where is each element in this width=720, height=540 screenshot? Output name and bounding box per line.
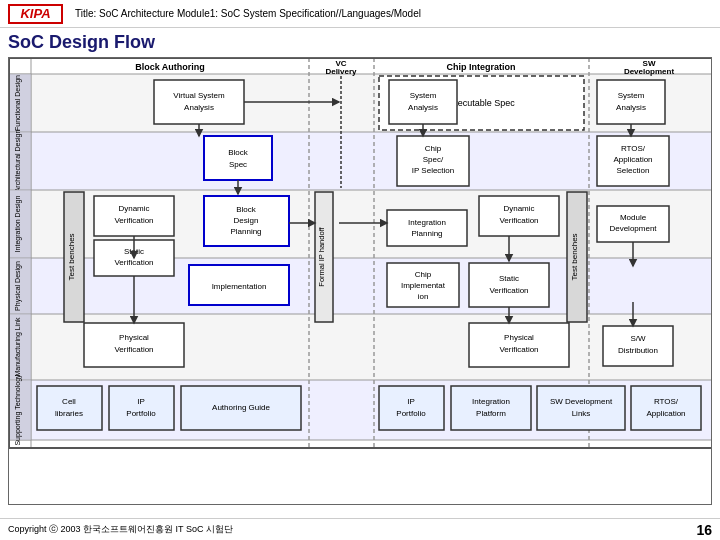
svg-rect-43 [597, 80, 665, 124]
main-content: SoC Design Flow [0, 28, 720, 509]
svg-text:IP: IP [407, 397, 415, 406]
svg-text:Analysis: Analysis [616, 103, 646, 112]
svg-rect-103 [109, 386, 174, 430]
svg-text:System: System [410, 91, 437, 100]
svg-text:Authoring Guide: Authoring Guide [212, 403, 270, 412]
svg-text:Verification: Verification [114, 258, 153, 267]
svg-text:Static: Static [499, 274, 519, 283]
svg-text:Portfolio: Portfolio [126, 409, 156, 418]
page-title: SoC Design Flow [8, 32, 712, 53]
svg-text:Portfolio: Portfolio [396, 409, 426, 418]
svg-rect-114 [537, 386, 625, 430]
svg-text:Block: Block [228, 148, 249, 157]
header: KIPA Title: SoC Architecture Module1: So… [0, 0, 720, 28]
svg-text:Verification: Verification [499, 216, 538, 225]
svg-text:Verification: Verification [114, 345, 153, 354]
svg-text:Integration: Integration [408, 218, 446, 227]
svg-text:Chip: Chip [415, 270, 432, 279]
svg-text:Dynamic: Dynamic [503, 204, 534, 213]
svg-text:Development: Development [624, 67, 675, 76]
svg-rect-108 [379, 386, 444, 430]
svg-text:Analysis: Analysis [408, 103, 438, 112]
svg-rect-74 [387, 210, 467, 246]
svg-text:IP: IP [137, 397, 145, 406]
svg-text:Development: Development [609, 224, 657, 233]
svg-text:S/W: S/W [630, 334, 646, 343]
svg-text:Spec/: Spec/ [423, 155, 444, 164]
svg-text:Manufacturing Link: Manufacturing Link [14, 317, 22, 377]
svg-text:Physical: Physical [504, 333, 534, 342]
svg-rect-88 [469, 263, 549, 307]
footer: Copyright ⓒ 2003 한국소프트웨어진흥원 IT SoC 시험단 1… [0, 518, 720, 540]
svg-text:Platform: Platform [476, 409, 506, 418]
svg-text:Verification: Verification [499, 345, 538, 354]
svg-text:Implementation: Implementation [212, 282, 267, 291]
svg-text:Integration Design: Integration Design [14, 195, 22, 252]
kipa-logo: KIPA [8, 4, 63, 24]
svg-rect-111 [451, 386, 531, 430]
svg-text:Formal IP handoff: Formal IP handoff [317, 226, 326, 286]
svg-text:RTOS/: RTOS/ [621, 144, 646, 153]
svg-text:System: System [618, 91, 645, 100]
page-number: 16 [696, 522, 712, 538]
svg-text:Cell: Cell [62, 397, 76, 406]
svg-text:Links: Links [572, 409, 591, 418]
svg-text:Distribution: Distribution [618, 346, 658, 355]
svg-rect-100 [37, 386, 102, 430]
svg-text:Implementat: Implementat [401, 281, 446, 290]
svg-text:Verification: Verification [114, 216, 153, 225]
svg-text:Block: Block [236, 205, 257, 214]
header-title: Title: SoC Architecture Module1: SoC Sys… [75, 8, 421, 19]
svg-text:Test benches: Test benches [570, 233, 579, 280]
svg-text:Selection: Selection [617, 166, 650, 175]
svg-text:Integration: Integration [472, 397, 510, 406]
svg-text:RTOS/: RTOS/ [654, 397, 679, 406]
svg-text:Test benches: Test benches [67, 233, 76, 280]
svg-rect-46 [204, 136, 272, 180]
svg-text:Architectural Design: Architectural Design [14, 130, 22, 193]
svg-text:Supporting Technology: Supporting Technology [14, 374, 22, 446]
page: KIPA Title: SoC Architecture Module1: So… [0, 0, 720, 540]
svg-text:Design: Design [234, 216, 259, 225]
diagram-svg: Block Authoring VC Delivery Chip Integra… [8, 57, 712, 505]
svg-text:Module: Module [620, 213, 647, 222]
svg-text:Physical: Physical [119, 333, 149, 342]
svg-text:Chip: Chip [425, 144, 442, 153]
svg-text:Delivery: Delivery [325, 67, 357, 76]
svg-rect-117 [631, 386, 701, 430]
svg-text:Physical Design: Physical Design [14, 261, 22, 311]
svg-text:Functional Design: Functional Design [14, 75, 22, 131]
svg-text:Chip Integration: Chip Integration [447, 62, 516, 72]
svg-text:IP Selection: IP Selection [412, 166, 455, 175]
svg-text:Application: Application [646, 409, 685, 418]
svg-text:Verification: Verification [489, 286, 528, 295]
svg-text:Dynamic: Dynamic [118, 204, 149, 213]
svg-text:Analysis: Analysis [184, 103, 214, 112]
svg-text:Planning: Planning [230, 227, 261, 236]
svg-rect-40 [389, 80, 457, 124]
svg-text:libraries: libraries [55, 409, 83, 418]
svg-text:Spec: Spec [229, 160, 247, 169]
svg-text:ion: ion [418, 292, 429, 301]
svg-text:Application: Application [613, 155, 652, 164]
svg-text:SW Development: SW Development [550, 397, 613, 406]
copyright: Copyright ⓒ 2003 한국소프트웨어진흥원 IT SoC 시험단 [8, 523, 233, 536]
svg-text:Block Authoring: Block Authoring [135, 62, 205, 72]
svg-rect-37 [154, 80, 244, 124]
svg-text:Virtual System: Virtual System [173, 91, 225, 100]
svg-text:Planning: Planning [411, 229, 442, 238]
